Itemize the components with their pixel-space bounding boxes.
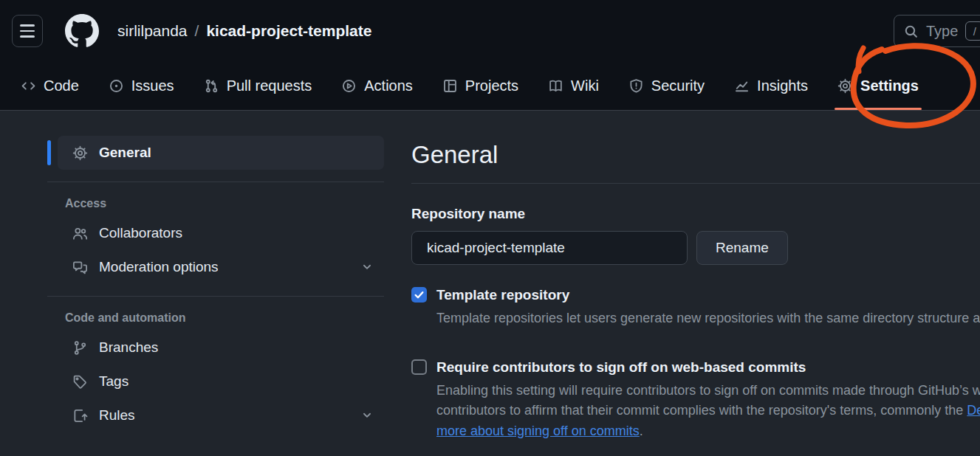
shield-icon	[628, 78, 644, 94]
comment-discussion-icon	[72, 260, 88, 275]
template-repository-setting: Template repository Template repositorie…	[411, 286, 980, 329]
dco-link[interactable]: Developer Certificate of Origin (DCO)	[967, 403, 980, 418]
template-repository-checkbox[interactable]	[411, 287, 427, 303]
tab-wiki[interactable]: Wiki	[548, 62, 599, 110]
sidebar-item-label: Tags	[99, 373, 129, 390]
signoff-setting: Require contributors to sign off on web-…	[411, 359, 980, 442]
gear-icon	[837, 78, 853, 94]
github-mark-icon	[65, 14, 99, 48]
table-icon	[442, 78, 458, 94]
sidebar-item-tags[interactable]: Tags	[58, 365, 384, 398]
play-icon	[341, 78, 357, 94]
sidebar-item-rules[interactable]: Rules	[58, 398, 384, 432]
sidebar-section-code-and-automation: Code and automation	[65, 311, 384, 325]
sidebar-item-label: General	[99, 145, 151, 161]
tab-pull-requests[interactable]: Pull requests	[204, 62, 312, 110]
github-logo[interactable]	[65, 14, 99, 48]
repository-name-label: Repository name	[411, 206, 980, 222]
sidebar-item-label: Rules	[99, 407, 135, 424]
slash-key-hint: /	[965, 21, 980, 41]
global-header: sirlilpanda / kicad-project-template Typ…	[0, 0, 980, 62]
chevron-down-icon	[360, 260, 374, 274]
breadcrumb: sirlilpanda / kicad-project-template	[117, 22, 371, 40]
sidebar-item-branches[interactable]: Branches	[58, 331, 384, 365]
rules-icon	[72, 408, 88, 424]
tab-actions[interactable]: Actions	[341, 62, 413, 110]
signoff-description: Enabling this setting will require contr…	[436, 381, 980, 442]
people-icon	[72, 226, 88, 241]
signoff-description-line-3: more about signing off on commits.	[436, 421, 980, 442]
search-icon	[903, 24, 919, 39]
page-title: General	[411, 139, 980, 171]
tab-security[interactable]: Security	[628, 62, 705, 110]
tag-icon	[72, 374, 88, 390]
code-icon	[21, 78, 36, 94]
repository-name-row: Rename	[411, 231, 980, 265]
hamburger-icon	[20, 24, 35, 26]
signoff-description-line-2: contributors to affirm that their commit…	[436, 401, 980, 421]
git-branch-icon	[72, 340, 88, 356]
issue-opened-icon	[109, 78, 124, 94]
general-settings-panel: General Repository name Rename Template …	[411, 136, 980, 441]
signoff-label[interactable]: Require contributors to sign off on web-…	[436, 359, 980, 376]
sidebar-item-label: Moderation options	[99, 259, 219, 275]
search-placeholder: Type	[926, 23, 958, 40]
repo-tab-bar: Code Issues Pull requests Actions Projec…	[0, 62, 980, 111]
hamburger-menu-button[interactable]	[12, 15, 43, 47]
tab-insights[interactable]: Insights	[734, 62, 808, 110]
git-pull-request-icon	[204, 78, 219, 94]
graph-icon	[734, 78, 750, 94]
rename-button[interactable]: Rename	[696, 231, 788, 265]
sidebar-item-collaborators[interactable]: Collaborators	[58, 216, 384, 250]
section-divider	[411, 183, 980, 184]
repository-name-input[interactable]	[411, 231, 688, 265]
checkmark-icon	[414, 289, 425, 300]
breadcrumb-separator: /	[195, 22, 199, 40]
sidebar-divider	[47, 182, 384, 182]
sidebar-item-label: Branches	[99, 339, 158, 356]
sidebar-divider	[47, 296, 384, 297]
chevron-down-icon	[360, 409, 374, 422]
settings-content: General Access Collaborators Moderation …	[0, 111, 980, 441]
signoff-description-line-1: Enabling this setting will require contr…	[436, 381, 980, 401]
breadcrumb-owner[interactable]: sirlilpanda	[117, 22, 188, 40]
sidebar-item-label: Collaborators	[99, 225, 182, 241]
active-tab-indicator	[835, 108, 922, 110]
book-icon	[548, 78, 563, 94]
tab-code[interactable]: Code	[21, 62, 79, 110]
selected-indicator	[47, 140, 51, 165]
template-repository-label[interactable]: Template repository	[436, 286, 980, 303]
signoff-learn-more-link[interactable]: more about signing off on commits	[436, 424, 640, 438]
gear-icon	[72, 145, 88, 161]
sidebar-section-access: Access	[65, 197, 384, 210]
breadcrumb-repo[interactable]: kicad-project-template	[206, 22, 371, 40]
signoff-checkbox[interactable]	[411, 359, 427, 375]
sidebar-item-moderation-options[interactable]: Moderation options	[58, 250, 384, 284]
settings-sidebar: General Access Collaborators Moderation …	[47, 136, 384, 432]
template-repository-description: Template repositories let users generate…	[436, 308, 980, 329]
search-input[interactable]: Type /	[894, 15, 980, 47]
tab-issues[interactable]: Issues	[109, 62, 174, 110]
github-settings-page: sirlilpanda / kicad-project-template Typ…	[0, 0, 980, 456]
tab-settings[interactable]: Settings	[837, 62, 919, 110]
tab-projects[interactable]: Projects	[442, 62, 518, 110]
sidebar-item-general[interactable]: General	[58, 136, 384, 170]
